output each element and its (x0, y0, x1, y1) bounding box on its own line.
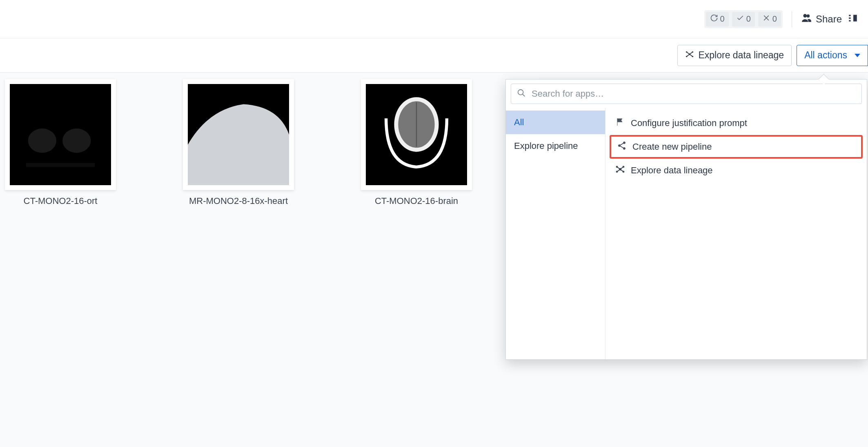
svg-rect-0 (849, 15, 850, 16)
sidebar-item-all[interactable]: All (506, 111, 605, 134)
popover-body: All Explore pipeline Configure justifica… (506, 108, 867, 359)
refresh-status-chip[interactable]: 0 (706, 12, 729, 27)
panel-toggle-button[interactable] (848, 13, 858, 25)
svg-line-28 (620, 143, 623, 145)
svg-point-15 (62, 128, 91, 153)
explore-lineage-label: Explore data lineage (698, 50, 784, 61)
caret-down-icon (851, 50, 860, 61)
gallery-card[interactable]: CT-MONO2-16-brain (359, 79, 474, 206)
sidebar-item-label: Explore pipeline (514, 141, 578, 151)
refresh-icon (710, 14, 718, 24)
svg-line-11 (690, 52, 692, 54)
search-input[interactable] (531, 88, 856, 100)
svg-line-36 (617, 169, 620, 172)
svg-line-38 (620, 169, 623, 172)
action-configure-justification[interactable]: Configure justification prompt (610, 111, 863, 135)
svg-line-12 (690, 54, 692, 57)
top-bar: 0 0 0 Share (0, 0, 868, 38)
share-button[interactable]: Share (801, 13, 842, 26)
svg-line-9 (687, 52, 690, 54)
thumbnail (183, 79, 294, 190)
search-icon (517, 89, 526, 99)
thumbnail (361, 79, 472, 190)
ct-ort-image (10, 84, 111, 185)
popover-sidebar: All Explore pipeline (506, 108, 605, 359)
check-icon (736, 14, 744, 24)
lineage-icon (685, 50, 694, 61)
sidebar-item-explore-pipeline[interactable]: Explore pipeline (506, 134, 605, 158)
popover-actions: Configure justification prompt Create ne… (605, 108, 867, 359)
action-label: Configure justification prompt (631, 118, 747, 128)
all-actions-popover: All Explore pipeline Configure justifica… (505, 79, 867, 360)
svg-line-24 (523, 94, 525, 97)
explore-lineage-button[interactable]: Explore data lineage (677, 45, 792, 66)
refresh-count: 0 (720, 14, 725, 24)
gallery-card[interactable]: MR-MONO2-8-16x-heart (181, 79, 296, 206)
share-label: Share (816, 13, 842, 25)
all-actions-label: All actions (804, 50, 847, 61)
flag-icon (615, 117, 625, 129)
svg-rect-1 (849, 17, 850, 18)
gallery-card[interactable]: CT-MONO2-16-ort (3, 79, 118, 206)
lineage-icon (615, 164, 625, 177)
heart-image (188, 84, 289, 185)
close-icon (762, 14, 770, 24)
search-wrap (506, 80, 867, 108)
close-status-chip[interactable]: 0 (758, 12, 781, 27)
svg-rect-3 (853, 15, 857, 21)
action-create-pipeline[interactable]: Create new pipeline (610, 135, 863, 159)
search-field[interactable] (511, 84, 862, 104)
all-actions-button[interactable]: All actions (797, 45, 868, 66)
check-count: 0 (746, 14, 751, 24)
thumbnail (5, 79, 116, 190)
action-label: Explore data lineage (631, 165, 713, 176)
svg-line-35 (617, 167, 620, 169)
svg-point-23 (518, 90, 523, 95)
caption: MR-MONO2-8-16x-heart (189, 196, 288, 206)
svg-rect-16 (26, 163, 95, 167)
status-group: 0 0 0 (704, 10, 783, 28)
svg-rect-2 (849, 20, 850, 21)
check-status-chip[interactable]: 0 (732, 12, 755, 27)
svg-line-37 (620, 167, 623, 169)
action-explore-lineage[interactable]: Explore data lineage (610, 159, 863, 182)
people-icon (801, 13, 812, 26)
sidebar-item-label: All (514, 117, 524, 128)
close-count: 0 (772, 14, 777, 24)
svg-line-10 (687, 54, 690, 57)
action-bar: Explore data lineage All actions (0, 38, 868, 73)
caption: CT-MONO2-16-ort (24, 196, 98, 206)
divider (792, 11, 792, 27)
panel-icon (848, 13, 858, 25)
action-label: Create new pipeline (632, 142, 712, 152)
brain-image (366, 84, 467, 185)
share-nodes-icon (617, 141, 627, 153)
caption: CT-MONO2-16-brain (375, 196, 458, 206)
svg-point-14 (28, 128, 56, 153)
svg-rect-13 (10, 84, 111, 185)
svg-line-29 (620, 146, 623, 148)
